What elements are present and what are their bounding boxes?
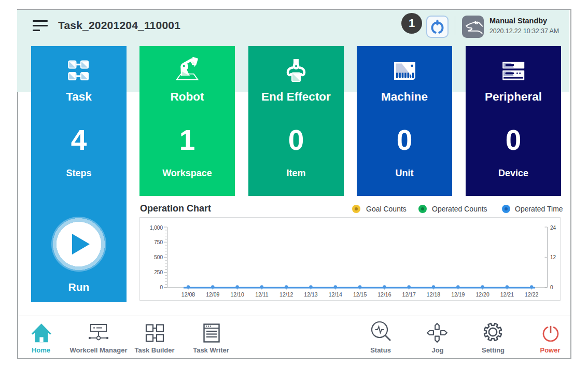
svg-text:12/20: 12/20 xyxy=(475,291,489,298)
svg-text:0: 0 xyxy=(550,285,553,290)
svg-text:0: 0 xyxy=(160,285,163,290)
svg-text:12/21: 12/21 xyxy=(500,291,514,298)
svg-text:12/14: 12/14 xyxy=(329,291,342,298)
svg-text:12/08: 12/08 xyxy=(181,291,195,298)
svg-text:12/13: 12/13 xyxy=(304,291,317,298)
svg-text:12/16: 12/16 xyxy=(377,291,391,298)
svg-text:750: 750 xyxy=(154,239,163,245)
svg-text:12/18: 12/18 xyxy=(427,291,440,298)
svg-text:500: 500 xyxy=(154,255,163,260)
svg-text:12/19: 12/19 xyxy=(451,291,465,298)
svg-text:12/22: 12/22 xyxy=(525,291,538,298)
svg-text:1,000: 1,000 xyxy=(150,225,163,231)
svg-text:12/10: 12/10 xyxy=(230,291,244,298)
svg-text:12/17: 12/17 xyxy=(402,291,416,298)
svg-text:250: 250 xyxy=(154,270,163,275)
svg-text:12/11: 12/11 xyxy=(255,291,269,298)
svg-text:12/12: 12/12 xyxy=(279,291,293,298)
svg-text:24: 24 xyxy=(550,225,556,231)
svg-text:12/15: 12/15 xyxy=(353,291,367,298)
svg-text:12/09: 12/09 xyxy=(206,291,219,298)
svg-text:12: 12 xyxy=(550,255,556,260)
